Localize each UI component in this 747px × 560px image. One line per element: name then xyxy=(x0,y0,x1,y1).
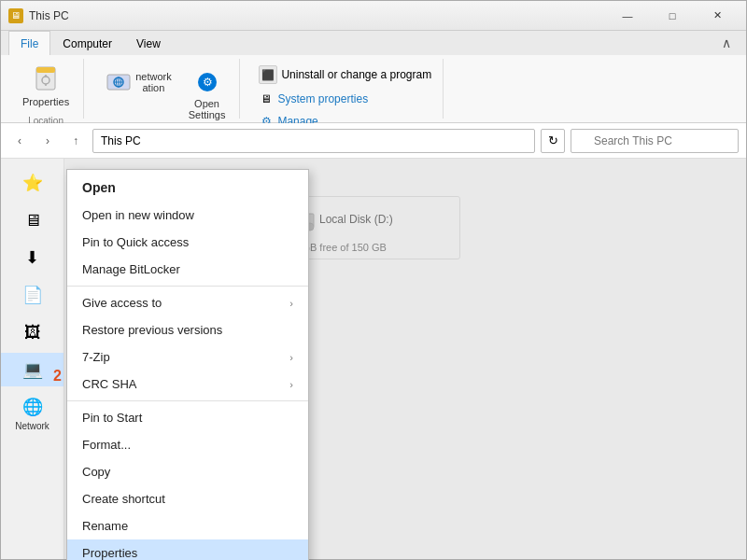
search-input[interactable] xyxy=(571,129,739,153)
ctx-rename[interactable]: Rename xyxy=(67,512,308,539)
downloads-icon: ⬇ xyxy=(21,246,44,269)
sidebar: ⭐ 🖥 ⬇ 📄 🖼 💻 2 🌐 Network xyxy=(1,159,64,559)
ctx-crc-sha-label: CRC SHA xyxy=(82,377,137,391)
tab-computer[interactable]: Computer xyxy=(50,31,124,55)
back-button[interactable]: ‹ xyxy=(8,130,31,152)
properties-label: Properties xyxy=(22,96,69,107)
address-bar: ‹ › ↑ ↻ 🔍 xyxy=(1,123,746,159)
quickaccess-icon: ⭐ xyxy=(21,172,44,194)
title-bar-left: 🖥 This PC xyxy=(8,8,69,23)
maximize-button[interactable]: □ xyxy=(651,1,694,31)
uninstall-item: ⬛ Uninstall or change a program xyxy=(255,63,435,87)
ctx-7zip-label: 7-Zip xyxy=(82,350,110,364)
up-button[interactable]: ↑ xyxy=(64,130,87,152)
forward-button[interactable]: › xyxy=(36,130,59,152)
sidebar-item-quickaccess[interactable]: ⭐ xyxy=(1,166,63,200)
uninstall-label: Uninstall or change a program xyxy=(281,68,431,81)
network-sidebar-label: Network xyxy=(15,421,49,431)
documents-icon: 📄 xyxy=(21,284,44,306)
svg-rect-1 xyxy=(36,67,55,73)
pictures-icon: 🖼 xyxy=(21,321,44,343)
open-settings-button[interactable]: ⚙ OpenSettings xyxy=(182,64,233,125)
ctx-crc-sha-arrow: › xyxy=(289,379,293,390)
network-location-button[interactable]: networkation xyxy=(99,64,178,100)
ctx-open[interactable]: Open xyxy=(67,174,308,202)
ctx-sep-2 xyxy=(67,400,308,401)
settings-icon: ⚙ xyxy=(194,69,220,95)
properties-button[interactable]: Properties xyxy=(16,59,76,112)
ribbon-tabs: File Computer View ∧ xyxy=(1,31,746,55)
ctx-restore-previous[interactable]: Restore previous versions xyxy=(67,316,308,343)
uninstall-icon: ⬛ xyxy=(259,65,277,84)
search-wrapper: 🔍 xyxy=(571,129,739,153)
sidebar-item-documents[interactable]: 📄 xyxy=(1,278,63,312)
sidebar-item-pictures[interactable]: 🖼 xyxy=(1,315,63,349)
sidebar-item-thispc[interactable]: 💻 2 xyxy=(1,353,63,386)
ctx-open-new-window[interactable]: Open in new window xyxy=(67,202,308,229)
network-icon: 🌐 xyxy=(21,396,44,418)
ctx-give-access-arrow: › xyxy=(289,298,293,309)
ribbon-collapse-button[interactable]: ∧ xyxy=(718,35,735,51)
ctx-7zip[interactable]: 7-Zip › xyxy=(67,343,308,371)
network-location-btn-wrap: networkation xyxy=(99,64,178,100)
open-settings-label: OpenSettings xyxy=(189,98,226,120)
ribbon-group-properties: Properties Location xyxy=(8,59,84,119)
ribbon-content: Properties Location xyxy=(1,55,746,122)
title-bar-controls: — □ ✕ xyxy=(606,1,739,31)
ctx-manage-bitlocker[interactable]: Manage BitLocker xyxy=(67,256,308,283)
tab-view[interactable]: View xyxy=(124,31,173,55)
window-title: This PC xyxy=(29,9,69,22)
ribbon: File Computer View ∧ xyxy=(1,31,746,123)
sidebar-item-network[interactable]: 🌐 Network xyxy=(1,390,63,437)
ctx-properties[interactable]: Properties xyxy=(67,539,308,560)
minimize-button[interactable]: — xyxy=(606,1,649,31)
ctx-create-shortcut[interactable]: Create shortcut xyxy=(67,485,308,512)
close-button[interactable]: ✕ xyxy=(696,1,739,31)
ctx-copy[interactable]: Copy xyxy=(67,458,308,485)
network-location-label: networkation xyxy=(135,71,172,93)
context-menu: Open Open in new window Pin to Quick acc… xyxy=(66,169,309,560)
network-location-icon xyxy=(106,69,132,95)
open-settings-btn-wrap: ⚙ OpenSettings xyxy=(182,64,233,125)
title-bar: 🖥 This PC — □ ✕ xyxy=(1,1,746,31)
refresh-button[interactable]: ↻ xyxy=(541,129,565,153)
ctx-crc-sha[interactable]: CRC SHA › xyxy=(67,371,308,398)
drive-d-name: Local Disk (D:) xyxy=(319,213,393,226)
ribbon-group-network: networkation ⚙ OpenSettings xyxy=(92,59,240,119)
system-props-icon: 🖥 xyxy=(259,91,274,106)
system-props-item: 🖥 System properties xyxy=(255,89,372,109)
ctx-7zip-arrow: › xyxy=(289,352,293,363)
sidebar-item-desktop[interactable]: 🖥 xyxy=(1,203,63,237)
ctx-pin-quick-access[interactable]: Pin to Quick access xyxy=(67,229,308,256)
badge-2: 2 xyxy=(53,368,62,385)
ctx-give-access-label: Give access to xyxy=(82,296,162,310)
ctx-give-access[interactable]: Give access to › xyxy=(67,289,308,316)
main-window: 🖥 This PC — □ ✕ File Computer View ∧ xyxy=(0,0,747,560)
ctx-sep-1 xyxy=(67,286,308,287)
system-props-label: System properties xyxy=(277,92,368,105)
properties-icon xyxy=(31,63,61,93)
sidebar-item-downloads[interactable]: ⬇ xyxy=(1,241,63,274)
thispc-icon: 💻 xyxy=(21,358,44,381)
address-input[interactable] xyxy=(92,129,535,153)
ctx-format[interactable]: Format... xyxy=(67,431,308,458)
desktop-icon: 🖥 xyxy=(21,209,44,231)
ribbon-group-system: ⬛ Uninstall or change a program 🖥 System… xyxy=(247,59,444,119)
window-icon: 🖥 xyxy=(8,8,23,23)
ctx-pin-start[interactable]: Pin to Start xyxy=(67,404,308,431)
tab-file[interactable]: File xyxy=(8,31,50,55)
svg-text:⚙: ⚙ xyxy=(202,76,212,89)
